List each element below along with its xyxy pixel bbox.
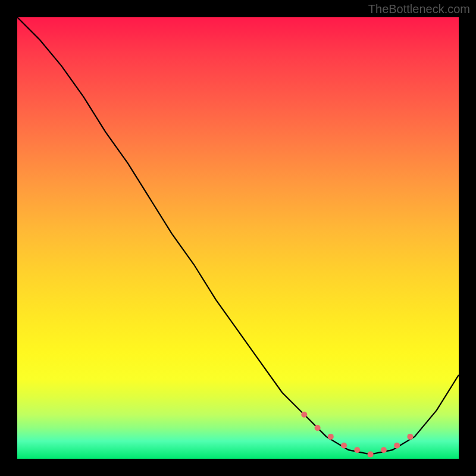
highlight-markers xyxy=(301,412,413,458)
highlight-dot xyxy=(328,434,334,440)
chart-svg xyxy=(17,17,459,459)
highlight-dot xyxy=(394,443,400,449)
highlight-dot xyxy=(354,447,360,453)
highlight-dot xyxy=(341,443,347,449)
highlight-dot xyxy=(301,412,307,418)
highlight-dot xyxy=(315,425,321,431)
watermark-text: TheBottleneck.com xyxy=(368,2,470,16)
highlight-dot xyxy=(407,434,413,440)
curve-line xyxy=(17,17,459,455)
highlight-dot xyxy=(368,452,374,458)
highlight-dot xyxy=(381,447,387,453)
